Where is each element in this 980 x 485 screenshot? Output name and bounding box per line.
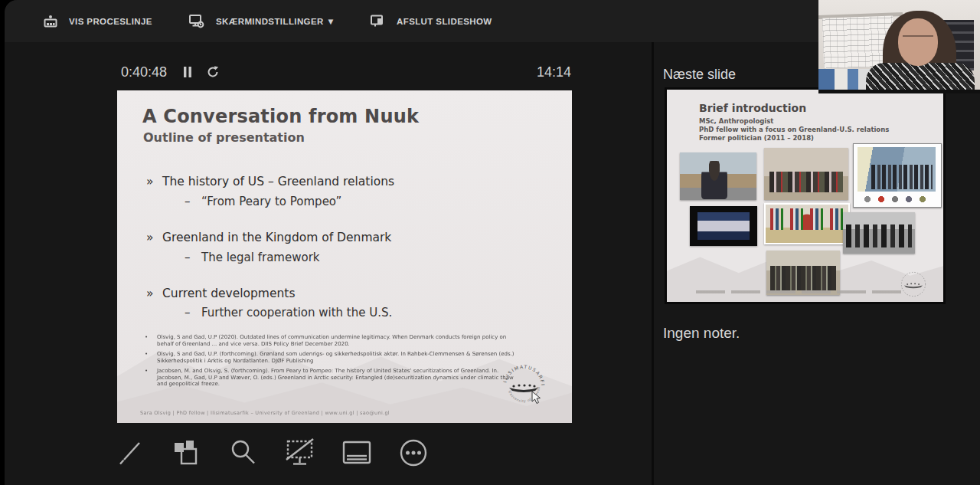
presenter-view-window: VIS PROCESLINJE SKÆRMINDSTILLINGER ▼ AFS… (5, 0, 980, 485)
restart-icon (206, 65, 220, 79)
end-slideshow-icon (369, 13, 386, 30)
bullet-marker: » (146, 175, 153, 188)
restart-timer-button[interactable] (204, 64, 222, 81)
photo-panel-bw (843, 212, 915, 254)
slide-grid-icon (171, 437, 203, 469)
pause-timer-button[interactable] (178, 64, 197, 81)
webcam-overlay[interactable] (818, 0, 980, 93)
subbullet-marker: – (185, 306, 191, 320)
next-slide-line-3: Former politician (2011 – 2018) (699, 134, 814, 142)
next-slide-title: Brief introduction (699, 102, 806, 114)
next-slide-thumbnail[interactable]: Brief introduction MSc, Anthropologist P… (665, 87, 946, 304)
display-settings-icon (188, 13, 205, 30)
more-options-icon (397, 437, 430, 469)
black-screen-button[interactable] (282, 434, 318, 471)
annotation-toolbar (112, 429, 449, 477)
show-taskbar-button[interactable]: VIS PROCESLINJE (43, 0, 152, 42)
clock-time: 14:14 (537, 64, 571, 80)
subbullet-marker: – (185, 195, 191, 208)
speaker-notes: Ingen noter. (663, 325, 740, 342)
subbullet-marker: – (185, 251, 191, 264)
slide-subtitle: Outline of presentation (143, 130, 305, 145)
next-slide-header: Næste slide (663, 67, 736, 83)
pen-tool-button[interactable] (112, 434, 149, 471)
pen-icon (114, 437, 146, 469)
bullet-3-text: Current developments (162, 287, 295, 300)
more-options-button[interactable] (395, 434, 432, 471)
webcam-person-body (866, 63, 975, 90)
panel-divider (652, 42, 654, 485)
end-slideshow-label: AFSLUT SLIDESHOW (397, 17, 492, 26)
next-slide-line-2: PhD fellow with a focus on Greenland-U.S… (699, 126, 889, 133)
zoom-slide-button[interactable] (225, 434, 262, 471)
reference-1: Olsvig, S and Gad, U.P (2020). Outdated … (140, 334, 523, 347)
end-slideshow-button[interactable]: AFSLUT SLIDESHOW (369, 0, 492, 42)
reference-2: Olsvig, S and Gad, U.P. (forthcoming). G… (140, 351, 523, 364)
magnifier-icon (227, 437, 260, 469)
display-settings-label: SKÆRMINDSTILLINGER ▼ (216, 17, 335, 26)
webcam-person-glasses (903, 35, 933, 43)
thumbnail-footer-line (696, 290, 903, 293)
subbullet-3-text: Further cooperation with the U.S. (201, 306, 392, 320)
see-all-slides-button[interactable] (168, 434, 205, 471)
pause-icon (182, 66, 193, 78)
thumbnail-university-logo (897, 267, 930, 301)
show-taskbar-label: VIS PROCESLINJE (69, 17, 152, 26)
current-slide[interactable]: A Conversation from Nuuk Outline of pres… (117, 90, 572, 423)
next-slide-line-1: MSc, Anthropologist (699, 117, 773, 125)
captions-button[interactable] (338, 434, 375, 471)
reference-3: Jacobsen, M. and Olsvig, S. (forthcoming… (140, 368, 523, 388)
subbullet-1-text: “From Peary to Pompeo” (201, 195, 341, 208)
photo-group-hall (764, 148, 848, 200)
bullet-marker: » (146, 231, 153, 244)
slide-title: A Conversation from Nuuk (142, 106, 419, 127)
bullet-marker: » (146, 287, 153, 300)
timer-row: 0:40:48 14:14 (5, 61, 652, 87)
photo-tv-screen (690, 206, 757, 246)
subbullet-2-text: The legal framework (201, 251, 320, 264)
bullet-2-text: Greenland in the Kingdom of Denmark (162, 231, 391, 244)
slide-footer: Sara Olsvig | PhD fellow | Ilisimatusarf… (140, 410, 523, 416)
webcam-papers (818, 69, 872, 90)
mouse-cursor (531, 391, 542, 405)
bullet-1-text: The history of US – Greenland relations (162, 175, 394, 188)
photo-woman-building (680, 152, 756, 200)
photo-group-outdoor (766, 251, 840, 295)
taskbar-icon (43, 14, 58, 29)
photo-video-conference (853, 143, 942, 208)
reference-list: Olsvig, S and Gad, U.P (2020). Outdated … (140, 334, 523, 392)
display-settings-button[interactable]: SKÆRMINDSTILLINGER ▼ (188, 0, 335, 42)
photo-flags-ceremony (764, 203, 850, 244)
captions-icon (340, 437, 374, 469)
svg-text:ILISIMATUSARFIK: ILISIMATUSARFIK (500, 362, 546, 386)
blank-screen-icon (283, 437, 317, 469)
elapsed-time: 0:40:48 (121, 64, 167, 80)
